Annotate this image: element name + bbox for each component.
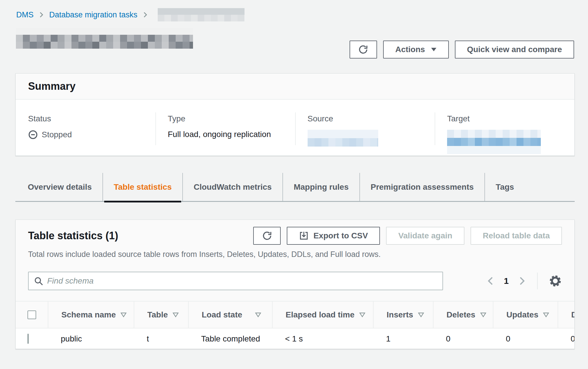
summary-panel-header: Summary	[16, 74, 574, 100]
quick-view-compare-button[interactable]: Quick view and compare	[455, 41, 574, 59]
target-value-redacted	[447, 130, 541, 154]
stopped-icon	[28, 130, 38, 140]
column-label: Inserts	[387, 310, 413, 319]
breadcrumb-dms-link[interactable]: DMS	[16, 10, 34, 19]
tab-cloudwatch-metrics[interactable]: CloudWatch metrics	[182, 173, 282, 201]
sort-icon	[480, 312, 486, 317]
column-header-updates[interactable]: Updates	[493, 301, 558, 328]
cell-deletes: 0	[433, 334, 493, 344]
column-label: Schema name	[61, 310, 116, 319]
column-header-load-state[interactable]: Load state	[188, 301, 272, 328]
column-header-inserts[interactable]: Inserts	[373, 301, 433, 328]
table-row: public t Table completed < 1 s 1 0 0 0	[16, 328, 574, 349]
schema-search	[28, 272, 443, 290]
search-icon	[34, 276, 44, 287]
column-header-table[interactable]: Table	[134, 301, 188, 328]
type-value: Full load, ongoing replication	[168, 130, 295, 139]
column-label: Table	[147, 310, 168, 319]
grid-header-row: Schema name Table Load state	[16, 301, 574, 328]
table-statistics-title: Table statistics (1)	[28, 230, 253, 242]
row-checkbox[interactable]	[27, 334, 29, 344]
chevron-right-icon	[142, 11, 149, 18]
export-to-csv-label: Export to CSV	[313, 231, 368, 240]
tab-tags[interactable]: Tags	[484, 173, 525, 201]
column-label: Load state	[202, 310, 242, 319]
status-value: Stopped	[28, 130, 155, 140]
cell-updates: 0	[493, 334, 558, 344]
sort-icon	[172, 312, 179, 317]
column-header-ddls[interactable]: DDLs	[558, 301, 575, 328]
breadcrumb-tasks-link[interactable]: Database migration tasks	[49, 10, 137, 19]
summary-title: Summary	[28, 80, 76, 92]
dms-task-page: DMS Database migration tasks Actions Qui…	[0, 0, 588, 369]
source-value-redacted	[308, 130, 378, 147]
download-icon	[299, 231, 309, 241]
tab-table-statistics[interactable]: Table statistics	[102, 173, 182, 201]
table-statistics-grid: Schema name Table Load state	[16, 301, 574, 349]
column-header-schema-name[interactable]: Schema name	[48, 301, 134, 328]
table-action-buttons: Export to CSV Validate again Reload tabl…	[253, 227, 562, 245]
cell-schema-name: public	[48, 334, 134, 344]
cell-inserts: 1	[373, 334, 433, 344]
previous-page-button[interactable]	[486, 276, 495, 286]
refresh-icon	[358, 44, 369, 55]
chevron-right-icon	[38, 11, 45, 18]
summary-field-target: Target	[435, 100, 574, 155]
sort-icon	[120, 312, 127, 317]
refresh-icon	[262, 230, 273, 241]
select-all-checkbox[interactable]	[27, 310, 36, 319]
gear-icon	[549, 274, 562, 288]
chevron-right-icon	[517, 276, 526, 286]
sort-icon	[255, 312, 261, 317]
status-text: Stopped	[42, 130, 72, 139]
current-page-number[interactable]: 1	[504, 276, 509, 286]
summary-fields: Status Stopped Type Full load, ongoing r…	[16, 100, 574, 155]
tab-premigration-assessments[interactable]: Premigration assessments	[359, 173, 484, 201]
column-header-elapsed-load-time[interactable]: Elapsed load time	[272, 301, 373, 328]
export-to-csv-button[interactable]: Export to CSV	[287, 227, 380, 245]
table-statistics-description: Total rows include loaded source table r…	[28, 250, 562, 259]
summary-field-type: Type Full load, ongoing replication	[155, 100, 295, 155]
breadcrumb: DMS Database migration tasks	[16, 8, 245, 21]
source-label: Source	[308, 114, 435, 123]
cell-table: t	[134, 334, 188, 344]
table-tools: Table statistics (1)	[16, 220, 574, 290]
column-label: Updates	[506, 310, 538, 319]
pagination: 1	[486, 273, 562, 289]
column-label: DDLs	[571, 310, 575, 319]
cell-ddls: 0	[558, 334, 575, 344]
column-label: Deletes	[446, 310, 475, 319]
table-statistics-panel: Table statistics (1)	[15, 220, 575, 349]
caret-down-icon	[431, 48, 437, 52]
sort-icon	[543, 312, 549, 317]
tab-overview-details[interactable]: Overview details	[17, 173, 102, 201]
summary-field-status: Status Stopped	[16, 100, 155, 155]
pager-divider	[537, 273, 538, 289]
cell-load-state: Table completed	[188, 334, 272, 344]
actions-button[interactable]: Actions	[383, 41, 449, 59]
table-refresh-button[interactable]	[253, 227, 281, 245]
page-action-bar: Actions Quick view and compare	[350, 41, 574, 59]
select-all-cell	[16, 301, 48, 328]
tab-mapping-rules[interactable]: Mapping rules	[282, 173, 359, 201]
refresh-button[interactable]	[350, 41, 377, 59]
validate-again-button[interactable]: Validate again	[386, 227, 464, 245]
page-title-redacted	[16, 28, 193, 49]
cell-elapsed-load-time: < 1 s	[272, 334, 373, 344]
reload-table-data-button[interactable]: Reload table data	[471, 227, 562, 245]
row-select-cell	[16, 334, 48, 344]
summary-field-source: Source	[295, 100, 435, 155]
sort-icon	[418, 312, 424, 317]
preferences-button[interactable]	[549, 274, 562, 288]
status-label: Status	[28, 114, 155, 123]
task-tabs: Overview details Table statistics CloudW…	[15, 173, 575, 202]
column-header-deletes[interactable]: Deletes	[433, 301, 493, 328]
breadcrumb-task-name-redacted	[158, 8, 245, 21]
column-label: Elapsed load time	[286, 310, 354, 319]
summary-panel: Summary Status Stopped Type Full load, o…	[15, 73, 575, 156]
next-page-button[interactable]	[517, 276, 526, 286]
target-label: Target	[447, 114, 574, 123]
actions-button-label: Actions	[395, 45, 425, 54]
find-schema-input[interactable]	[28, 272, 443, 290]
sort-icon	[359, 312, 365, 317]
